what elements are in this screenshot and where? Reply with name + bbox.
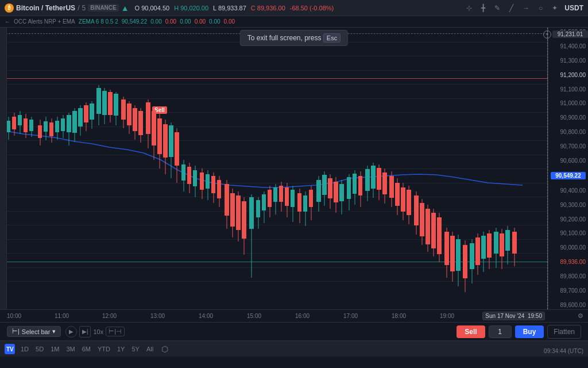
- svg-rect-101: [309, 190, 313, 207]
- tf-1d[interactable]: 1D: [18, 344, 31, 354]
- toolbar-line-icon[interactable]: ╱: [507, 3, 516, 13]
- speed-label[interactable]: 10x: [93, 328, 103, 335]
- tf-1m[interactable]: 1M: [48, 344, 61, 354]
- price-marker-icon: +: [543, 30, 551, 39]
- svg-rect-9: [29, 120, 33, 131]
- top-price-marker: + 91,231.01: [543, 30, 588, 39]
- toolbar-cursor-icon[interactable]: ⊹: [464, 3, 474, 13]
- price-89800: 89,800.00: [551, 273, 586, 279]
- arrow-icon: ▲: [121, 3, 129, 13]
- tf-5d[interactable]: 5D: [33, 344, 46, 354]
- time-1600: 16:00: [295, 313, 310, 319]
- toolbar-draw-icon[interactable]: ✎: [492, 3, 502, 13]
- svg-rect-129: [395, 183, 400, 206]
- sell-button[interactable]: Sell: [457, 325, 485, 338]
- time-axis: 10:00 11:00 12:00 13:00 14:00 15:00 16:0…: [0, 309, 588, 322]
- svg-rect-127: [389, 176, 394, 198]
- svg-rect-111: [339, 184, 344, 201]
- tf-all[interactable]: All: [144, 344, 156, 354]
- chart-area[interactable]: Sell: [0, 28, 588, 309]
- svg-rect-135: [414, 195, 419, 225]
- bottom-bar: ⊢| Select bar ▾ ▶ ▶| 10x ⊢|⊣ Sell Buy Fl…: [0, 322, 588, 340]
- buy-button[interactable]: Buy: [515, 325, 544, 338]
- svg-rect-119: [365, 169, 370, 191]
- indicator-zero5: 0.00: [209, 18, 220, 25]
- svg-rect-137: [420, 203, 424, 236]
- svg-rect-139: [425, 209, 430, 244]
- svg-rect-103: [316, 180, 321, 202]
- toolbar-crosshair-icon[interactable]: ╋: [479, 3, 488, 13]
- indicator-zero6: 0.00: [224, 18, 235, 25]
- svg-rect-43: [133, 108, 137, 131]
- candlestick-chart[interactable]: [0, 28, 548, 309]
- chart-type-icon[interactable]: ⬡: [161, 344, 168, 354]
- svg-rect-81: [249, 197, 254, 229]
- current-time-badge: Sun 17 Nov '24 19:50: [482, 312, 545, 320]
- toolbar-right: ⊹ ╋ ✎ ╱ → ○ ✦ USDT: [464, 3, 583, 13]
- svg-rect-11: [38, 125, 42, 138]
- tf-6m[interactable]: 6M: [80, 344, 93, 354]
- time-settings-icon[interactable]: ⚙: [578, 312, 583, 320]
- svg-rect-17: [55, 121, 59, 132]
- svg-rect-161: [494, 232, 498, 254]
- price-90100: 90,100.00: [551, 230, 586, 236]
- time-1500: 15:00: [247, 313, 261, 319]
- step-forward-button[interactable]: ▶|: [79, 326, 91, 338]
- svg-rect-7: [24, 118, 28, 132]
- svg-rect-21: [67, 115, 71, 132]
- top-price-value: 91,231.01: [552, 30, 588, 38]
- low-label: L 89,933.87: [213, 5, 246, 12]
- svg-rect-69: [211, 176, 215, 193]
- indicator-label: OCC Alerts NRP + EMA: [14, 18, 75, 25]
- svg-rect-51: [157, 118, 162, 154]
- svg-rect-19: [61, 118, 65, 131]
- time-1400: 14:00: [199, 313, 213, 319]
- svg-rect-159: [487, 233, 492, 258]
- playback-controls: ▶ ▶| 10x ⊢|⊣: [65, 326, 125, 338]
- flatten-button[interactable]: Flatten: [547, 325, 581, 339]
- svg-rect-5: [18, 115, 22, 125]
- indicator-zema: ZEMA 6 8 0.5 2: [79, 18, 118, 25]
- svg-rect-125: [382, 172, 387, 194]
- toolbar-circle-icon[interactable]: ○: [536, 3, 545, 13]
- symbol-info[interactable]: ₿ Bitcoin / TetherUS / 5 BINANCE ▲: [5, 3, 129, 13]
- bottom-timeframes: 1D 5D 1M 3M 6M YTD 1Y 5Y All: [18, 344, 156, 354]
- toolbar-arrow-icon[interactable]: →: [520, 3, 532, 13]
- svg-rect-93: [285, 187, 289, 206]
- play-button[interactable]: ▶: [65, 326, 77, 338]
- svg-rect-13: [44, 121, 48, 132]
- svg-rect-165: [505, 230, 510, 251]
- svg-rect-49: [152, 111, 156, 145]
- svg-rect-57: [175, 132, 179, 166]
- svg-rect-55: [169, 125, 173, 157]
- select-bar-button[interactable]: ⊢| Select bar ▾: [7, 326, 61, 337]
- skip-to-end-button[interactable]: ⊢|⊣: [106, 327, 125, 336]
- price-91100: 91,100.00: [551, 86, 586, 93]
- currency-label: USDT: [564, 4, 583, 12]
- tf-ytd[interactable]: YTD: [95, 344, 113, 354]
- tf-5y[interactable]: 5Y: [129, 344, 141, 354]
- svg-rect-3: [12, 117, 16, 129]
- tf-1y[interactable]: 1Y: [115, 344, 127, 354]
- toolbar-star-icon[interactable]: ✦: [550, 3, 560, 13]
- indicator-bar: ← OCC Alerts NRP + EMA ZEMA 6 8 0.5 2 90…: [0, 16, 588, 28]
- svg-rect-121: [371, 166, 376, 189]
- svg-rect-15: [49, 122, 53, 136]
- svg-rect-39: [121, 99, 126, 120]
- svg-rect-117: [358, 176, 362, 195]
- svg-rect-75: [230, 193, 235, 227]
- back-button[interactable]: ←: [5, 18, 10, 25]
- tf-3m[interactable]: 3M: [64, 344, 77, 354]
- svg-rect-145: [444, 232, 449, 265]
- svg-rect-141: [431, 213, 436, 248]
- svg-rect-133: [407, 190, 411, 215]
- svg-rect-155: [475, 237, 480, 265]
- svg-rect-91: [279, 186, 283, 202]
- time-1300: 13:00: [150, 313, 165, 319]
- svg-rect-151: [463, 245, 467, 278]
- exchange-badge: BINANCE: [88, 4, 119, 12]
- price-90400: 90,400.00: [551, 187, 586, 194]
- quantity-input[interactable]: [489, 325, 512, 338]
- trade-section: Sell Buy Flatten: [457, 325, 581, 339]
- svg-rect-109: [334, 182, 338, 202]
